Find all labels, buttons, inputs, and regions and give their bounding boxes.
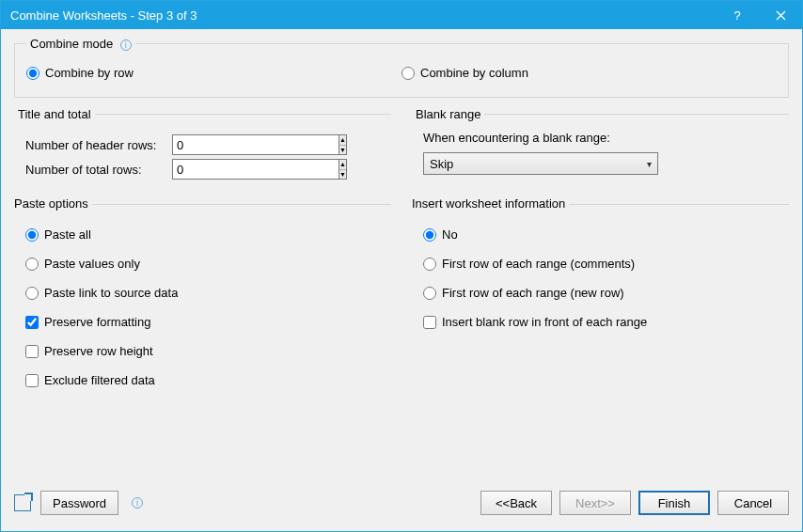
paste-values-radio[interactable] [25,258,39,271]
paste-options-group: Paste options Paste all Paste values onl… [14,204,391,404]
next-button-label: Next>> [575,496,615,510]
dialog-window: Combine Worksheets - Step 3 of 3 ? Combi… [0,0,803,532]
combine-by-column-label: Combine by column [420,66,528,80]
next-button: Next>> [559,491,631,515]
paste-options-legend: Paste options [14,196,92,211]
finish-button-label: Finish [658,496,691,510]
paste-all-radio[interactable] [25,228,39,242]
exclude-filtered-label: Exclude filtered data [44,373,155,387]
title-total-legend: Title and total [14,107,95,121]
titlebar: Combine Worksheets - Step 3 of 3 ? [1,1,802,29]
insert-first-comments-radio[interactable] [423,258,436,271]
paste-link-radio[interactable] [25,287,39,300]
insert-blank-label: Insert blank row in front of each range [442,315,647,329]
total-rows-up-button[interactable]: ▲ [339,160,346,170]
close-icon [776,10,786,21]
header-rows-input[interactable] [172,134,339,155]
preserve-height-checkbox[interactable] [25,345,39,358]
password-button[interactable]: Password [40,491,118,515]
insert-info-group: Insert worksheet information No First ro… [412,204,789,404]
header-rows-down-button[interactable]: ▼ [339,146,346,155]
insert-blank-checkbox[interactable] [423,316,436,329]
header-rows-up-button[interactable]: ▲ [339,135,346,146]
exclude-filtered-checkbox[interactable] [25,374,39,387]
cancel-button-label: Cancel [734,496,772,510]
combine-mode-legend: Combine mode i [26,37,135,51]
title-total-group: Title and total Number of header rows: ▲… [14,107,391,195]
finish-button[interactable]: Finish [638,491,710,515]
close-button[interactable] [759,1,802,29]
combine-mode-group: Combine mode i Combine by row Combine by… [14,37,789,98]
cancel-button[interactable]: Cancel [717,491,789,515]
preserve-format-checkbox[interactable] [25,316,39,329]
paste-all-label: Paste all [44,227,91,242]
insert-first-comments-label: First row of each range (comments) [442,257,635,271]
blank-range-select[interactable]: Skip ▾ [423,152,658,175]
insert-first-newrow-label: First row of each range (new row) [442,286,624,300]
insert-first-newrow-radio[interactable] [423,287,436,300]
help-button[interactable]: ? [716,1,759,29]
header-rows-spinbox: ▲ ▼ [172,134,347,155]
info-icon[interactable]: i [132,497,143,509]
combine-by-row-radio[interactable] [26,67,39,80]
combine-by-column-radio[interactable] [402,67,415,80]
dialog-footer: Password i <<Back Next>> Finish Cancel [1,484,802,531]
window-title: Combine Worksheets - Step 3 of 3 [10,8,716,23]
password-button-label: Password [53,496,106,510]
blank-range-prompt: When encountering a blank range: [423,131,778,145]
combine-mode-legend-text: Combine mode [30,37,113,51]
blank-range-value: Skip [430,157,453,171]
header-rows-label: Number of header rows: [25,138,166,152]
combine-by-row-label: Combine by row [45,66,134,80]
back-button[interactable]: <<Back [480,491,552,515]
insert-info-legend: Insert worksheet information [412,196,569,211]
insert-no-radio[interactable] [423,228,436,242]
blank-range-group: Blank range When encountering a blank ra… [412,107,789,195]
total-rows-spinbox: ▲ ▼ [172,159,347,180]
paste-link-label: Paste link to source data [44,286,178,300]
back-button-label: <<Back [496,496,537,510]
preserve-format-label: Preserve formatting [44,315,150,329]
dialog-content: Combine mode i Combine by row Combine by… [1,29,802,484]
preserve-height-label: Preserve row height [44,344,153,358]
info-icon[interactable]: i [120,39,132,51]
total-rows-down-button[interactable]: ▼ [339,170,346,180]
blank-range-legend: Blank range [412,107,484,121]
total-rows-label: Number of total rows: [25,163,166,177]
paste-values-label: Paste values only [44,257,140,271]
total-rows-input[interactable] [172,159,339,180]
chevron-down-icon: ▾ [647,159,652,169]
open-external-icon[interactable] [14,494,31,511]
insert-no-label: No [442,227,458,242]
